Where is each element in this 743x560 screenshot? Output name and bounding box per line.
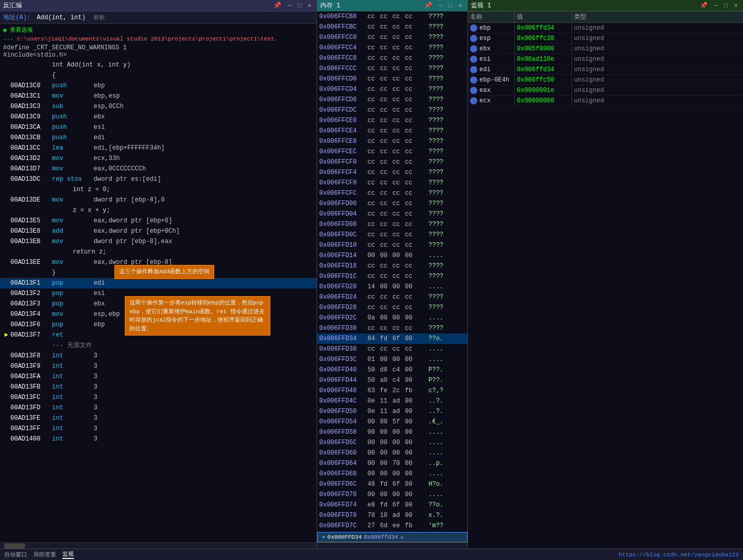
memory-minimize-icon[interactable]: ─ [436, 2, 444, 9]
watch-row[interactable]: esp0x006ffc38unsigned [468, 33, 743, 44]
memory-pin-icon[interactable]: 📌 [422, 2, 434, 9]
disasm-line[interactable]: z = x + y; [0, 205, 317, 216]
disasm-line[interactable]: 00AD13F1popedi [0, 278, 317, 288]
watch-row[interactable]: ebx0x005f8000unsigned [468, 44, 743, 54]
memory-row[interactable]: 0x006FFD3C01000000.... [317, 354, 467, 365]
memory-row[interactable]: 0x006FFCC0cccccccc???? [317, 32, 467, 43]
watch-row[interactable]: ecx0x00000000unsigned [468, 96, 743, 106]
bottom-label-2[interactable]: 局部变量 [33, 551, 56, 558]
watch-row[interactable]: ebp0x006ffd34unsigned [468, 23, 743, 33]
memory-row[interactable]: 0x006FFD24cccccccc???? [317, 292, 467, 302]
memory-row[interactable]: 0x006FFD4863fe2cfbc?,? [317, 385, 467, 396]
bottom-label-1[interactable]: 自动窗口 [4, 551, 27, 558]
memory-row[interactable]: 0x006FFD5400805f00.€_. [317, 417, 467, 427]
memory-row[interactable]: 0x006FFCF0cccccccc???? [317, 157, 467, 167]
memory-row[interactable]: 0x006FFD28cccccccc???? [317, 302, 467, 313]
memory-row[interactable]: 0x006FFD1Ccccccccc???? [317, 271, 467, 282]
memory-row[interactable]: 0x006FFD30cccccccc???? [317, 323, 467, 334]
disasm-line[interactable]: return z; [0, 247, 317, 257]
disasm-line[interactable]: 00AD13CBpushedi [0, 132, 317, 143]
watch-row[interactable]: edi0x006ffd34unsigned [468, 64, 743, 75]
watch-minimize-icon[interactable]: ─ [712, 2, 720, 9]
memory-row[interactable]: 0x006FFD3484fd6f00??o. [317, 334, 467, 344]
watch-row[interactable]: ebp-0E4h0x006ffc50unsigned [468, 75, 743, 85]
disasm-line[interactable]: 00AD13C0pushebp [0, 81, 317, 91]
memory-row[interactable]: 0x006FFCFCcccccccc???? [317, 188, 467, 198]
disasm-maximize-icon[interactable]: □ [296, 2, 304, 9]
memory-row[interactable]: 0x006FFCC4cccccccc???? [317, 43, 467, 53]
memory-row[interactable]: 0x006FFD4050d8c400P??. [317, 365, 467, 375]
disasm-line[interactable]: 00AD13E8addeax,dword ptr [ebp+0Ch] [0, 226, 317, 236]
disasm-line[interactable]: 00AD13F8int3 [0, 351, 317, 361]
disasm-line[interactable]: 00AD13EBmovdword ptr [ebp-8],eax [0, 236, 317, 247]
memory-row[interactable]: 0x006FFD4450a0c400P??. [317, 375, 467, 385]
memory-row[interactable]: 0x006FFD74e8fd6f00??o. [317, 500, 467, 510]
view-option[interactable]: ◉ 查看选项 [0, 25, 317, 35]
disasm-line[interactable]: 00AD13FAint3 [0, 371, 317, 382]
disasm-line[interactable]: int Add(int x, int y) [0, 60, 317, 70]
disasm-line[interactable]: 00AD13FBint3 [0, 382, 317, 392]
memory-row[interactable]: 0x006FFCE4cccccccc???? [317, 126, 467, 136]
memory-row[interactable]: 0x006FFCE8cccccccc???? [317, 136, 467, 146]
disasm-line[interactable]: 00AD13C9pushebx [0, 112, 317, 122]
disasm-line[interactable]: 00AD13FCint3 [0, 392, 317, 403]
disasm-line[interactable]: 00AD13CCleaedi,[ebp+FFFFFF34h] [0, 143, 317, 153]
memory-row[interactable]: 0x006FFD00cccccccc???? [317, 198, 467, 209]
watch-row[interactable]: eax0x0000001eunsigned [468, 85, 743, 96]
disasm-hscroll[interactable] [0, 542, 317, 549]
watch-maximize-icon[interactable]: □ [722, 2, 730, 9]
disasm-minimize-icon[interactable]: ─ [285, 2, 293, 9]
disasm-line[interactable]: 00AD13C3subesp,0CCh [0, 101, 317, 112]
memory-close-icon[interactable]: ✕ [457, 2, 464, 9]
bottom-link[interactable]: https://blog.csdn.net/yangxiaobai22 [619, 552, 739, 558]
memory-hscroll[interactable] [317, 542, 467, 549]
disasm-line[interactable]: 00AD1400int3 [0, 434, 317, 444]
tooltip-close[interactable]: ✕ [400, 534, 404, 541]
memory-row[interactable]: 0x006FFD2C0a000000.... [317, 313, 467, 323]
memory-row[interactable]: 0x006FFD5800000000.... [317, 427, 467, 437]
memory-row[interactable]: 0x006FFCECcccccccc???? [317, 146, 467, 157]
memory-maximize-icon[interactable]: □ [447, 2, 454, 9]
memory-row[interactable]: 0x006FFD4C0e11ad00..?. [317, 396, 467, 406]
memory-row[interactable]: 0x006FFD0Ccccccccc???? [317, 230, 467, 240]
memory-row[interactable]: 0x006FFD18cccccccc???? [317, 261, 467, 271]
memory-row[interactable]: 0x006FFD6800000000.... [317, 469, 467, 479]
memory-row[interactable]: 0x006FFD7000000000.... [317, 489, 467, 500]
disasm-line[interactable]: 00AD13FDint3 [0, 403, 317, 413]
disasm-line[interactable]: 00AD13DEmovdword ptr [ebp-8],0 [0, 195, 317, 205]
memory-row[interactable]: 0x006FFCF8cccccccc???? [317, 178, 467, 188]
memory-row[interactable]: 0x006FFD7C276deefb'm?? [317, 521, 467, 531]
disasm-line[interactable]: --- 无源文件 [0, 340, 317, 351]
memory-row[interactable]: 0x006FFCC8cccccccc???? [317, 53, 467, 63]
memory-row[interactable]: 0x006FFD787810ad00x.?. [317, 510, 467, 521]
disasm-line[interactable]: 00AD13E5moveax,dword ptr [ebp+8] [0, 216, 317, 226]
disasm-pin-icon[interactable]: 📌 [271, 2, 283, 9]
memory-row[interactable]: 0x006FFD5C00000000.... [317, 437, 467, 448]
memory-row[interactable]: 0x006FFD04cccccccc???? [317, 209, 467, 219]
watch-row[interactable]: esi0x00ad110eunsigned [468, 54, 743, 64]
disasm-line[interactable]: 00AD13D2movecx,33h [0, 153, 317, 164]
memory-row[interactable]: 0x006FFD6000000000.... [317, 448, 467, 458]
memory-row[interactable]: 0x006FFCF4cccccccc???? [317, 167, 467, 178]
disasm-line[interactable]: int z = 0; [0, 184, 317, 195]
disasm-line[interactable]: 00AD13C1movebp,esp [0, 91, 317, 101]
disasm-line[interactable]: 00AD13D7moveax,0CCCCCCCCh [0, 164, 317, 174]
memory-row[interactable]: 0x006FFCD0cccccccc???? [317, 74, 467, 84]
disasm-line[interactable]: 00AD13FFint3 [0, 423, 317, 434]
memory-row[interactable]: 0x006FFCDCcccccccc???? [317, 105, 467, 115]
disasm-close-icon[interactable]: ✕ [306, 2, 314, 9]
watch-close-icon[interactable]: ✕ [732, 2, 740, 9]
watch-pin-icon[interactable]: 📌 [698, 2, 710, 9]
disasm-line[interactable]: { [0, 70, 317, 81]
bottom-label-3[interactable]: 监视 [62, 550, 74, 559]
disasm-line[interactable]: 00AD13DCrep stosdword ptr es:[edi] [0, 174, 317, 184]
memory-row[interactable]: 0x006FFD2014000000.... [317, 282, 467, 292]
memory-row[interactable]: 0x006FFCCCcccccccc???? [317, 63, 467, 74]
memory-row[interactable]: 0x006FFD38cccccccc.... [317, 344, 467, 354]
memory-row[interactable]: 0x006FFCD4cccccccc???? [317, 84, 467, 95]
disasm-line[interactable]: 00AD13F9int3 [0, 361, 317, 371]
memory-row[interactable]: 0x006FFD10cccccccc???? [317, 240, 467, 250]
memory-row[interactable]: 0x006FFD1400000000.... [317, 250, 467, 261]
memory-row[interactable]: 0x006FFD08cccccccc???? [317, 219, 467, 230]
memory-row[interactable]: 0x006FFCD8cccccccc???? [317, 95, 467, 105]
